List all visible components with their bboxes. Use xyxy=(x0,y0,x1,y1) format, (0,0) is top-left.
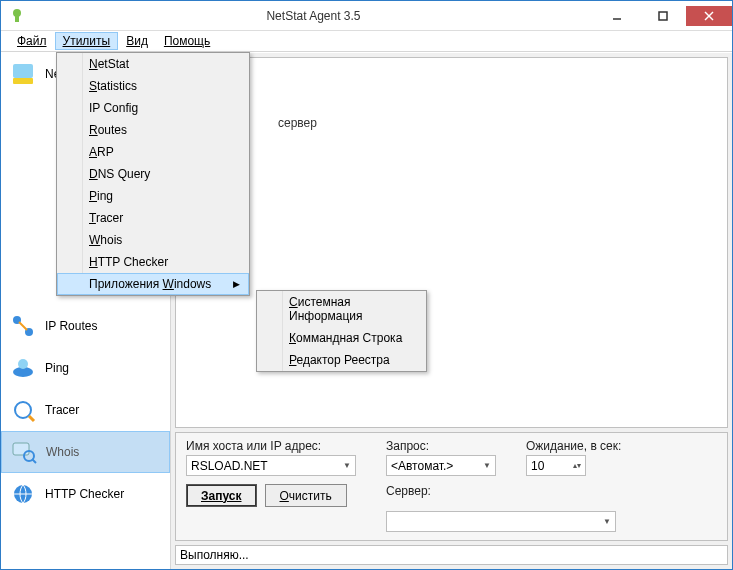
svg-rect-15 xyxy=(13,443,29,455)
menu-help[interactable]: Помощь xyxy=(156,32,218,50)
svg-point-0 xyxy=(13,9,21,17)
host-input[interactable]: RSLOAD.NET ▼ xyxy=(186,455,356,476)
title-bar: NetStat Agent 3.5 xyxy=(1,1,732,31)
menu-bar: Файл Утилиты Вид Помощь xyxy=(1,31,732,52)
submenu-regedit[interactable]: Редактор Реестра xyxy=(257,349,426,371)
window-title: NetStat Agent 3.5 xyxy=(33,9,594,23)
chevron-down-icon: ▼ xyxy=(343,461,351,470)
menu-item-netstat[interactable]: NetStat xyxy=(57,53,249,75)
wait-value: 10 xyxy=(531,459,544,473)
server-select[interactable]: ▼ xyxy=(386,511,616,532)
sidebar-label: Whois xyxy=(46,445,79,459)
svg-line-10 xyxy=(19,322,27,330)
sidebar-label: Ping xyxy=(45,361,69,375)
svg-point-12 xyxy=(18,359,28,369)
menu-item-tracer[interactable]: Tracer xyxy=(57,207,249,229)
menu-file[interactable]: Файл xyxy=(9,32,55,50)
submenu-arrow-icon: ▶ xyxy=(233,279,240,289)
sidebar-item-httpchecker[interactable]: HTTP Checker xyxy=(1,473,170,515)
chevron-down-icon: ▼ xyxy=(603,517,611,526)
query-select[interactable]: <Автомат.> ▼ xyxy=(386,455,496,476)
submenu-sysinfo[interactable]: Системная Информация xyxy=(257,291,426,327)
clear-button[interactable]: Очистить xyxy=(265,484,347,507)
maximize-button[interactable] xyxy=(640,6,686,26)
tracer-icon xyxy=(9,396,37,424)
status-bar: Выполняю... xyxy=(175,545,728,565)
svg-point-13 xyxy=(15,402,31,418)
winapps-submenu: Системная Информация Коммандная Строка Р… xyxy=(256,290,427,372)
menu-item-ping[interactable]: Ping xyxy=(57,185,249,207)
menu-item-winapps[interactable]: Приложения Windows ▶ xyxy=(57,273,249,295)
svg-rect-1 xyxy=(15,16,19,22)
host-value: RSLOAD.NET xyxy=(191,459,268,473)
whois-form: Имя хоста или IP адрес: RSLOAD.NET ▼ Зап… xyxy=(175,432,728,541)
svg-rect-7 xyxy=(13,78,33,84)
query-value: <Автомат.> xyxy=(391,459,453,473)
app-icon xyxy=(9,8,25,24)
iproutes-icon xyxy=(9,312,37,340)
svg-line-14 xyxy=(29,416,34,421)
menu-item-arp[interactable]: ARP xyxy=(57,141,249,163)
httpchecker-icon xyxy=(9,480,37,508)
spinner-arrows-icon: ▴▾ xyxy=(573,461,581,470)
svg-rect-3 xyxy=(659,12,667,20)
menu-item-whois[interactable]: Whois xyxy=(57,229,249,251)
menu-item-routes[interactable]: Routes xyxy=(57,119,249,141)
output-area[interactable]: сервер xyxy=(175,57,728,428)
menu-item-statistics[interactable]: Statistics xyxy=(57,75,249,97)
sidebar-item-iproutes[interactable]: IP Routes xyxy=(1,305,170,347)
svg-line-17 xyxy=(32,459,36,463)
menu-item-dnsquery[interactable]: DNS Query xyxy=(57,163,249,185)
chevron-down-icon: ▼ xyxy=(483,461,491,470)
sidebar-label: HTTP Checker xyxy=(45,487,124,501)
sidebar-label: Tracer xyxy=(45,403,79,417)
sidebar-label: IP Routes xyxy=(45,319,97,333)
svg-rect-6 xyxy=(13,64,33,78)
menu-item-httpchecker[interactable]: HTTP Checker xyxy=(57,251,249,273)
submenu-cmdline[interactable]: Коммандная Строка xyxy=(257,327,426,349)
query-label: Запрос: xyxy=(386,439,496,453)
host-label: Имя хоста или IP адрес: xyxy=(186,439,356,453)
netstat-icon xyxy=(9,60,37,88)
close-button[interactable] xyxy=(686,6,732,26)
output-server-label: сервер xyxy=(278,116,317,130)
wait-spinner[interactable]: 10 ▴▾ xyxy=(526,455,586,476)
menu-item-ipconfig[interactable]: IP Config xyxy=(57,97,249,119)
sidebar-item-tracer[interactable]: Tracer xyxy=(1,389,170,431)
menu-utils[interactable]: Утилиты xyxy=(55,32,119,50)
wait-label: Ожидание, в сек: xyxy=(526,439,646,453)
utils-menu-popup: NetStat Statistics IP Config Routes ARP … xyxy=(56,52,250,296)
status-text: Выполняю... xyxy=(180,548,249,562)
run-button[interactable]: Запуск xyxy=(186,484,257,507)
whois-icon xyxy=(10,438,38,466)
minimize-button[interactable] xyxy=(594,6,640,26)
server-label: Сервер: xyxy=(386,484,496,498)
sidebar-item-whois[interactable]: Whois xyxy=(1,431,170,473)
sidebar-item-ping[interactable]: Ping xyxy=(1,347,170,389)
menu-view[interactable]: Вид xyxy=(118,32,156,50)
ping-icon xyxy=(9,354,37,382)
